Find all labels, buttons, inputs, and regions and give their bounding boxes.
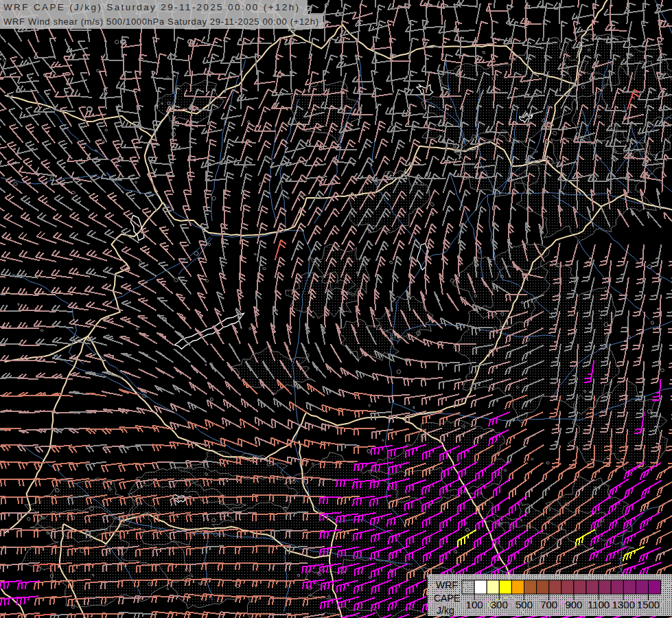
svg-text:1300: 1300 — [612, 599, 635, 610]
svg-text:WRF: WRF — [436, 580, 458, 591]
svg-text:WRF CAPE (J/kg) Saturday 29-11: WRF CAPE (J/kg) Saturday 29-11-2025 00:0… — [3, 2, 299, 12]
svg-text:1500: 1500 — [637, 599, 660, 610]
svg-text:100: 100 — [466, 599, 483, 610]
svg-text:900: 900 — [565, 599, 582, 610]
svg-text:1100: 1100 — [588, 599, 610, 610]
svg-text:J/kg: J/kg — [437, 605, 454, 616]
svg-text:500: 500 — [515, 599, 533, 610]
svg-text:CAPE: CAPE — [434, 593, 460, 604]
svg-text:WRF Wind shear (m/s) 500/1000h: WRF Wind shear (m/s) 500/1000hPa Saturda… — [3, 16, 318, 27]
svg-text:300: 300 — [491, 599, 508, 610]
svg-text:700: 700 — [540, 599, 557, 610]
